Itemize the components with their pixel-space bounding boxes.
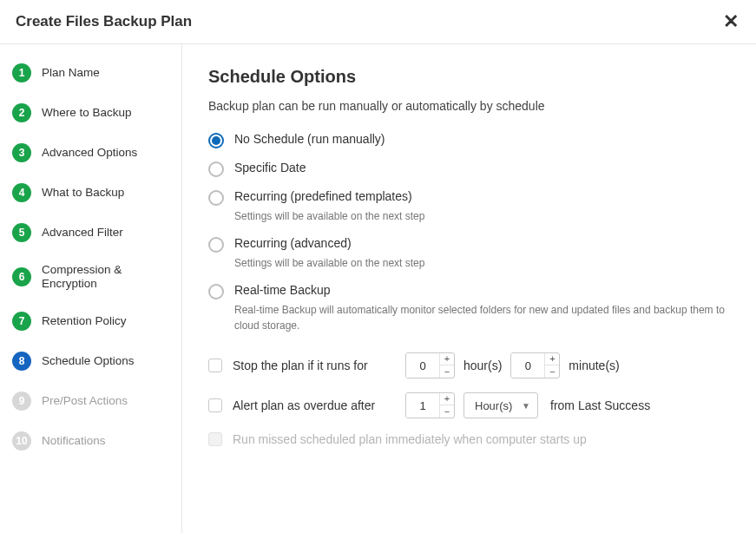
radio-label: Recurring (predefined templates) (234, 189, 730, 203)
stop-hours-spinner[interactable]: + − (405, 352, 455, 378)
radio-hint: Settings will be available on the next s… (234, 255, 730, 271)
step-number-badge: 6 (12, 267, 31, 286)
stop-plan-checkbox[interactable] (208, 359, 222, 372)
step-label: Plan Name (42, 66, 100, 80)
alert-value-input[interactable] (406, 393, 439, 418)
radio-icon[interactable] (208, 133, 224, 148)
radio-hint: Real-time Backup will automatically moni… (234, 302, 730, 333)
alert-row: Alert plan as overdue after + − Hour(s) … (208, 392, 730, 418)
wizard-step-6[interactable]: 6Compression & Encryption (0, 253, 181, 301)
step-label: Notifications (42, 434, 106, 448)
radio-label: Real-time Backup (234, 283, 730, 297)
wizard-step-2[interactable]: 2Where to Backup (0, 93, 181, 133)
step-number-badge: 5 (12, 223, 31, 242)
down-arrow-icon[interactable]: − (440, 365, 454, 378)
schedule-radio-group: No Schedule (run manually) Specific Date… (208, 132, 730, 333)
minutes-unit: minute(s) (569, 359, 619, 372)
step-label: Pre/Post Actions (42, 394, 128, 408)
radio-realtime-backup[interactable]: Real-time Backup Real-time Backup will a… (208, 283, 730, 333)
step-label: Schedule Options (42, 354, 135, 368)
wizard-sidebar: 1Plan Name2Where to Backup3Advanced Opti… (0, 44, 182, 533)
radio-recurring-advanced[interactable]: Recurring (advanced) Settings will be av… (208, 236, 730, 271)
step-label: Advanced Filter (42, 226, 123, 240)
step-number-badge: 4 (12, 183, 31, 202)
radio-recurring-predefined[interactable]: Recurring (predefined templates) Setting… (208, 189, 730, 224)
missed-checkbox (208, 432, 222, 446)
content-pane: Schedule Options Backup plan can be run … (182, 44, 756, 533)
alert-unit-value: Hour(s) (475, 399, 512, 412)
alert-trail: from Last Success (550, 398, 650, 412)
step-number-badge: 1 (12, 63, 31, 82)
page-title: Schedule Options (208, 67, 730, 87)
chevron-down-icon: ▼ (522, 401, 530, 411)
stop-minutes-input[interactable] (511, 353, 544, 378)
step-number-badge: 3 (12, 143, 31, 162)
radio-icon[interactable] (208, 161, 224, 177)
dialog-body: 1Plan Name2Where to Backup3Advanced Opti… (0, 44, 756, 533)
wizard-step-5[interactable]: 5Advanced Filter (0, 213, 181, 253)
radio-specific-date[interactable]: Specific Date (208, 161, 730, 177)
step-label: Retention Policy (42, 314, 127, 328)
step-number-badge: 9 (12, 392, 31, 411)
close-icon[interactable]: ✕ (723, 12, 739, 31)
radio-label: No Schedule (run manually) (234, 132, 730, 146)
missed-label: Run missed scheduled plan immediately wh… (233, 432, 587, 446)
radio-hint: Settings will be available on the next s… (234, 208, 730, 224)
step-label: Advanced Options (42, 146, 137, 160)
hours-unit: hour(s) (463, 359, 502, 372)
wizard-step-4[interactable]: 4What to Backup (0, 173, 181, 213)
dialog-title: Create Files Backup Plan (16, 13, 192, 30)
alert-checkbox[interactable] (208, 398, 222, 412)
step-number-badge: 10 (12, 431, 31, 451)
radio-label: Recurring (advanced) (234, 236, 730, 250)
radio-icon[interactable] (208, 190, 224, 206)
wizard-step-7[interactable]: 7Retention Policy (0, 301, 181, 341)
radio-icon[interactable] (208, 284, 224, 299)
wizard-step-1[interactable]: 1Plan Name (0, 53, 181, 93)
alert-label: Alert plan as overdue after (233, 398, 385, 412)
step-number-badge: 2 (12, 103, 31, 122)
wizard-step-10[interactable]: 10Notifications (0, 421, 181, 461)
radio-icon[interactable] (208, 237, 224, 253)
radio-no-schedule[interactable]: No Schedule (run manually) (208, 132, 730, 148)
missed-row: Run missed scheduled plan immediately wh… (208, 432, 730, 446)
stop-hours-input[interactable] (406, 353, 439, 378)
dialog-header: Create Files Backup Plan ✕ (0, 0, 756, 44)
step-label: Where to Backup (42, 106, 132, 120)
alert-unit-select[interactable]: Hour(s) ▼ (463, 392, 538, 418)
stop-plan-label: Stop the plan if it runs for (233, 359, 385, 372)
down-arrow-icon[interactable]: − (545, 365, 559, 378)
up-arrow-icon[interactable]: + (440, 393, 454, 405)
step-label: What to Backup (42, 186, 124, 200)
alert-value-spinner[interactable]: + − (405, 392, 455, 418)
up-arrow-icon[interactable]: + (440, 353, 454, 365)
wizard-step-8[interactable]: 8Schedule Options (0, 341, 181, 381)
up-arrow-icon[interactable]: + (545, 353, 559, 365)
wizard-step-3[interactable]: 3Advanced Options (0, 133, 181, 173)
wizard-step-9[interactable]: 9Pre/Post Actions (0, 381, 181, 421)
radio-label: Specific Date (234, 161, 730, 174)
step-number-badge: 8 (12, 352, 31, 371)
step-number-badge: 7 (12, 312, 31, 331)
stop-minutes-spinner[interactable]: + − (510, 352, 560, 378)
step-label: Compression & Encryption (42, 263, 169, 291)
stop-plan-row: Stop the plan if it runs for + − hour(s)… (208, 352, 730, 378)
down-arrow-icon[interactable]: − (440, 405, 454, 418)
page-subtitle: Backup plan can be run manually or autom… (208, 99, 730, 113)
